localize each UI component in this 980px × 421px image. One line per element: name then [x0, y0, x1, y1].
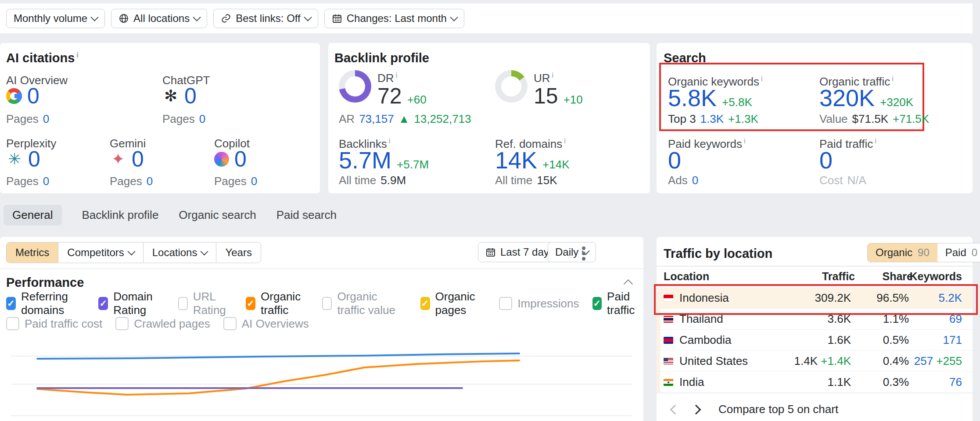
tab-general[interactable]: General	[4, 205, 62, 225]
location-row-indonesia[interactable]: Indonesia 309.2K 96.5% 5.2K	[657, 287, 973, 308]
info-icon[interactable]: i	[396, 71, 398, 79]
chevron-down-icon	[304, 13, 312, 21]
ads-value-link[interactable]: 0	[692, 174, 698, 187]
location-row-united-states[interactable]: United States 1.4K +1.4K 0.4% 257 +255	[657, 350, 973, 371]
kebab-menu-icon[interactable]	[582, 246, 585, 250]
ar-row: AR73,157▲13,252,713	[339, 112, 471, 126]
location-row-india[interactable]: India 1.1K 0.3% 76	[657, 371, 973, 392]
checkbox-icon[interactable]: ✓	[98, 297, 108, 310]
metric-checkbox-organic-traffic[interactable]: ✓ Organic traffic	[246, 290, 309, 317]
organic-traffic-value-link[interactable]: 320K	[819, 86, 875, 110]
segment-locations[interactable]: Locations	[144, 243, 217, 263]
paid-traffic-value-link[interactable]: 0	[819, 148, 833, 172]
copilot-icon	[214, 152, 229, 167]
ref-domains-value-link[interactable]: 14K	[495, 148, 537, 172]
keywords-link[interactable]: 257	[914, 354, 933, 367]
calendar-icon	[485, 247, 496, 257]
chatgpt-citations-link[interactable]: 0	[184, 85, 197, 107]
performance-title: Performance	[6, 275, 84, 290]
ai-overview-pages-link[interactable]: 0	[43, 112, 49, 126]
info-icon[interactable]: i	[875, 137, 876, 145]
flag-icon-thailand	[664, 316, 673, 323]
info-icon[interactable]: i	[552, 71, 554, 79]
checkbox-icon[interactable]: ✓	[246, 297, 255, 310]
checkbox-icon[interactable]	[178, 297, 188, 310]
checkbox-icon[interactable]	[499, 297, 512, 310]
best-links-dropdown[interactable]: Best links: Off	[213, 9, 318, 28]
flag-icon-united-states	[664, 358, 673, 365]
link-icon	[221, 13, 231, 24]
keywords-link[interactable]: 5.2K	[939, 291, 962, 304]
monthly-volume-dropdown[interactable]: Monthly volume	[6, 9, 105, 28]
info-icon[interactable]: i	[564, 137, 566, 145]
ar-value-link[interactable]: 73,157	[359, 112, 394, 126]
metric-checkbox-organic-traffic-value[interactable]: Organic traffic value	[322, 290, 407, 317]
traffic-value: 1.6K	[765, 333, 851, 347]
info-icon[interactable]: i	[761, 75, 763, 83]
traffic-by-location-card: Traffic by location Organic90 Paid0 Loca…	[657, 237, 973, 421]
tab-paid-search[interactable]: Paid search	[276, 208, 337, 222]
ai-overview-citations-link[interactable]: 0	[27, 85, 39, 107]
col-location: Location	[664, 270, 709, 283]
paid-keywords-value-link[interactable]: 0	[668, 148, 681, 172]
domain-rating-donut	[339, 70, 371, 103]
backlinks-alltime: All time5.9M	[339, 174, 406, 187]
location-name: United States	[679, 354, 765, 368]
segment-years[interactable]: Years	[216, 243, 261, 263]
keywords-link[interactable]: 76	[949, 375, 962, 389]
backlinks-value-link[interactable]: 5.7M	[339, 148, 391, 172]
toggle-organic[interactable]: Organic90	[868, 243, 937, 262]
copilot-pages-link[interactable]: 0	[251, 175, 257, 188]
keywords-link[interactable]: 171	[943, 333, 962, 346]
metric-checkbox-domain-rating[interactable]: ✓ Domain Rating	[98, 290, 165, 317]
info-icon[interactable]: i	[389, 137, 391, 145]
globe-icon	[118, 13, 129, 24]
tab-organic-search[interactable]: Organic search	[179, 208, 256, 222]
gemini-icon: ✦	[110, 151, 126, 168]
metric-checkbox-referring-domains[interactable]: ✓ Referring domains	[6, 290, 85, 317]
tab-backlink-profile[interactable]: Backlink profile	[82, 208, 159, 222]
all-locations-dropdown[interactable]: All locations	[111, 9, 207, 28]
metric-checkbox-organic-pages[interactable]: ✓ Organic pages	[420, 290, 486, 317]
changes-dropdown[interactable]: Changes: Last month	[324, 9, 464, 28]
metric-checkbox-paid-traffic[interactable]: ✓ Paid traffic	[592, 290, 643, 317]
checkbox-icon[interactable]: ✓	[6, 297, 16, 310]
chevron-up-icon[interactable]	[624, 279, 633, 289]
gemini-pages-row: Pages 0	[110, 175, 153, 188]
divider	[657, 266, 973, 267]
segment-competitors[interactable]: Competitors	[58, 243, 143, 263]
perplexity-citations-link[interactable]: 0	[28, 148, 40, 170]
chevron-right-icon[interactable]	[691, 405, 701, 415]
chatgpt-pages-link[interactable]: 0	[199, 112, 205, 126]
backlinks-delta: +5.7M	[397, 158, 429, 171]
checkbox-icon[interactable]	[322, 297, 332, 310]
ur-delta: +10	[564, 93, 583, 107]
ar-delta: 13,252,713	[414, 112, 471, 126]
location-row-cambodia[interactable]: Cambodia 1.6K 0.5% 171	[657, 329, 973, 350]
metric-checkbox-url-rating[interactable]: URL Rating	[178, 290, 233, 317]
top3-value-link[interactable]: 1.3K	[700, 112, 724, 126]
performance-line-chart	[0, 327, 643, 421]
perplexity-pages-link[interactable]: 0	[43, 175, 49, 188]
gemini-pages-link[interactable]: 0	[147, 175, 153, 188]
info-icon[interactable]: i	[744, 137, 746, 145]
keywords-link[interactable]: 69	[949, 312, 962, 325]
segment-metrics[interactable]: Metrics	[7, 243, 58, 263]
organic-keywords-value-link[interactable]: 5.8K	[668, 86, 717, 110]
chevron-left-icon[interactable]	[670, 405, 680, 415]
location-row-thailand[interactable]: Thailand 3.6K 1.1% 69	[657, 308, 973, 329]
info-icon[interactable]: i	[76, 51, 79, 59]
checkbox-icon[interactable]: ✓	[592, 297, 602, 310]
dashboard-page: Monthly volume All locations Best links:…	[0, 0, 980, 421]
toggle-paid[interactable]: Paid0	[937, 243, 980, 262]
checkbox-icon[interactable]: ✓	[420, 297, 430, 310]
gemini-citations-link[interactable]: 0	[132, 148, 144, 170]
granularity-dropdown[interactable]: Daily	[548, 242, 596, 262]
info-icon[interactable]: i	[892, 75, 894, 83]
share-value: 96.5%	[851, 291, 909, 305]
keywords-value: 69	[909, 312, 973, 326]
chevron-down-icon	[193, 13, 201, 21]
copilot-citations-link[interactable]: 0	[234, 148, 247, 170]
perplexity-pages-row: Pages 0	[6, 175, 49, 188]
metric-checkbox-impressions[interactable]: Impressions	[499, 297, 579, 310]
